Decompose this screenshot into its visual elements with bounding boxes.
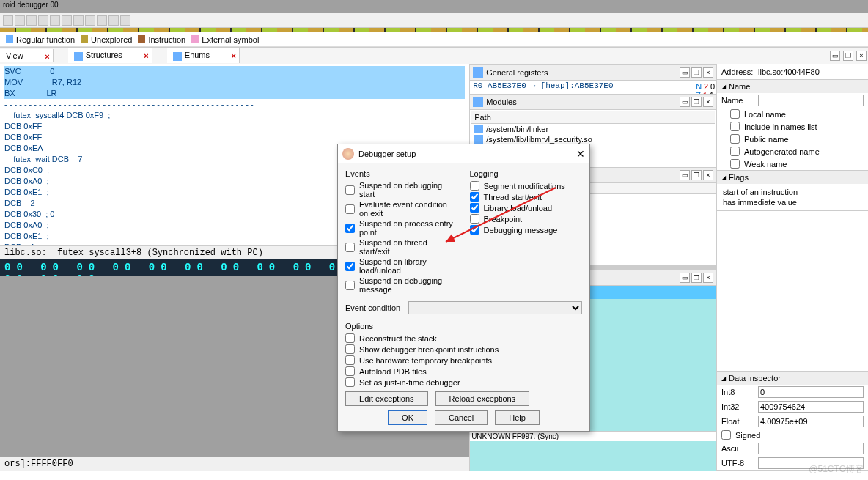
suspend-dbgstart-checkbox[interactable] — [345, 185, 355, 195]
signed-checkbox[interactable] — [721, 430, 731, 440]
cancel-button[interactable]: Cancel — [435, 410, 488, 425]
watermark: @51CTO博客 — [809, 463, 864, 476]
pane-close-icon[interactable]: × — [703, 273, 713, 283]
pane-restore-icon[interactable]: ❐ — [691, 97, 702, 107]
reg-flags: N 2 0 Z 1 1 — [694, 81, 716, 94]
log-dbgmsg-checkbox[interactable] — [470, 225, 479, 235]
close-icon[interactable]: × — [144, 51, 148, 60]
hw-tmpbp-checkbox[interactable] — [345, 355, 355, 365]
tab-view[interactable]: View× — [0, 49, 54, 62]
doc-tabbar: View× Structures× Enums× ▭❐× — [0, 47, 868, 64]
registers-header[interactable]: General registers▭❐× — [470, 64, 716, 81]
module-row[interactable]: /system/lib/libmrvl_security.so — [471, 134, 715, 144]
dialog-icon — [342, 148, 354, 160]
debugger-setup-dialog: Debugger setup ✕ Events Suspend on debug… — [337, 144, 590, 432]
datainspector-header[interactable]: Data inspector — [717, 372, 868, 385]
legend-bar: Regular function Unexplored Instruction … — [0, 32, 868, 47]
pane-restore-icon[interactable]: ❐ — [691, 170, 702, 180]
evtcond-label: Event condition — [345, 303, 408, 312]
log-libload-checkbox[interactable] — [470, 203, 479, 213]
registers-icon — [473, 67, 483, 78]
toolbar-icon[interactable] — [3, 15, 13, 26]
ok-button[interactable]: OK — [388, 410, 427, 425]
tab-structures[interactable]: Structures× — [68, 48, 152, 62]
autogen-checkbox[interactable] — [730, 147, 740, 156]
close-icon[interactable]: × — [45, 52, 49, 61]
toolbar-icon[interactable] — [73, 15, 84, 26]
modules-icon — [473, 97, 483, 107]
enum-icon — [173, 52, 182, 61]
toolbar-icon[interactable] — [62, 15, 72, 26]
int8-input[interactable] — [758, 386, 864, 398]
toolbar-icon[interactable] — [26, 15, 37, 26]
weakname-checkbox[interactable] — [730, 159, 740, 169]
pane-min-icon[interactable]: ▭ — [680, 273, 690, 283]
footer-line: ors]:FFFF0FF0 — [0, 457, 469, 471]
legend-swatch — [138, 35, 145, 43]
int32-input[interactable] — [758, 401, 864, 413]
pane-min-icon[interactable]: ▭ — [830, 51, 840, 61]
name-group-header[interactable]: Name — [717, 80, 868, 93]
toolbar-icon[interactable] — [15, 15, 25, 26]
flags-group-header[interactable]: Flags — [717, 171, 868, 184]
ascii-input[interactable] — [758, 443, 864, 454]
flags-text: start of an instructionhas immediate val… — [717, 184, 868, 210]
pane-restore-icon[interactable]: ❐ — [691, 273, 702, 283]
events-label: Events — [345, 169, 458, 178]
pane-min-icon[interactable]: ▭ — [680, 67, 690, 78]
localname-checkbox[interactable] — [730, 109, 740, 119]
address-row: Address: libc.so:40044F80 — [717, 64, 868, 80]
pane-close-icon[interactable]: × — [856, 51, 867, 61]
toolbar-icon[interactable] — [120, 15, 130, 26]
modules-header[interactable]: Modules▭❐× — [470, 94, 716, 110]
autoload-pdb-checkbox[interactable] — [345, 366, 355, 376]
dialog-title: Debugger setup — [358, 149, 416, 158]
pane-restore-icon[interactable]: ❐ — [691, 67, 702, 78]
struct-icon — [74, 52, 83, 61]
registers-body[interactable]: R0 AB5E37E0 → [heap]:AB5E37E0 N 2 0 Z 1 … — [470, 81, 716, 94]
edit-exceptions-button[interactable]: Edit exceptions — [345, 391, 428, 406]
toolbar-icon[interactable] — [50, 15, 60, 26]
toolbar-icon[interactable] — [38, 15, 48, 26]
publicname-checkbox[interactable] — [730, 134, 740, 144]
reload-exceptions-button[interactable]: Reload exceptions — [435, 391, 530, 406]
toolbar-icon[interactable] — [108, 15, 119, 26]
float-input[interactable] — [758, 416, 864, 427]
options-label: Options — [345, 322, 582, 331]
toolbar-icon[interactable] — [85, 15, 95, 26]
close-icon[interactable]: × — [232, 51, 236, 60]
eval-cond-exit-checkbox[interactable] — [345, 204, 355, 214]
log-thread-checkbox[interactable] — [470, 192, 479, 202]
legend-label: External symbol — [202, 35, 259, 44]
file-icon — [474, 125, 483, 133]
help-button[interactable]: Help — [495, 410, 540, 425]
dialog-titlebar[interactable]: Debugger setup ✕ — [338, 144, 589, 163]
tab-enums[interactable]: Enums× — [167, 48, 240, 62]
window-title: roid debugger 00' — [0, 0, 868, 13]
pane-close-icon[interactable]: × — [703, 97, 713, 107]
evtcond-select[interactable] — [408, 301, 582, 314]
suspend-dbgmsg-checkbox[interactable] — [345, 281, 355, 290]
jit-debugger-checkbox[interactable] — [345, 377, 355, 387]
suspend-thread-checkbox[interactable] — [345, 243, 355, 252]
modules-col-path[interactable]: Path — [471, 111, 715, 124]
toolbar-icon[interactable] — [97, 15, 107, 26]
pane-min-icon[interactable]: ▭ — [680, 97, 690, 107]
log-bp-checkbox[interactable] — [470, 214, 479, 224]
suspend-libload-checkbox[interactable] — [345, 262, 355, 271]
inclnames-checkbox[interactable] — [730, 122, 740, 131]
reconstruct-stack-checkbox[interactable] — [345, 333, 355, 343]
suspend-procentry-checkbox[interactable] — [345, 224, 355, 233]
show-bpinstr-checkbox[interactable] — [345, 344, 355, 354]
module-row[interactable]: /system/bin/linker — [471, 124, 715, 134]
pane-restore-icon[interactable]: ❐ — [843, 51, 853, 61]
main-toolbar — [0, 13, 868, 28]
pane-close-icon[interactable]: × — [703, 67, 713, 78]
log-segmod-checkbox[interactable] — [470, 181, 479, 191]
legend-swatch — [191, 35, 199, 43]
close-icon[interactable]: ✕ — [576, 148, 585, 160]
pane-min-icon[interactable]: ▭ — [680, 170, 690, 180]
pane-close-icon[interactable]: × — [703, 170, 713, 180]
stack-status: UNKNOWN FF997. (Sync) — [470, 431, 716, 441]
name-input[interactable] — [758, 95, 864, 106]
